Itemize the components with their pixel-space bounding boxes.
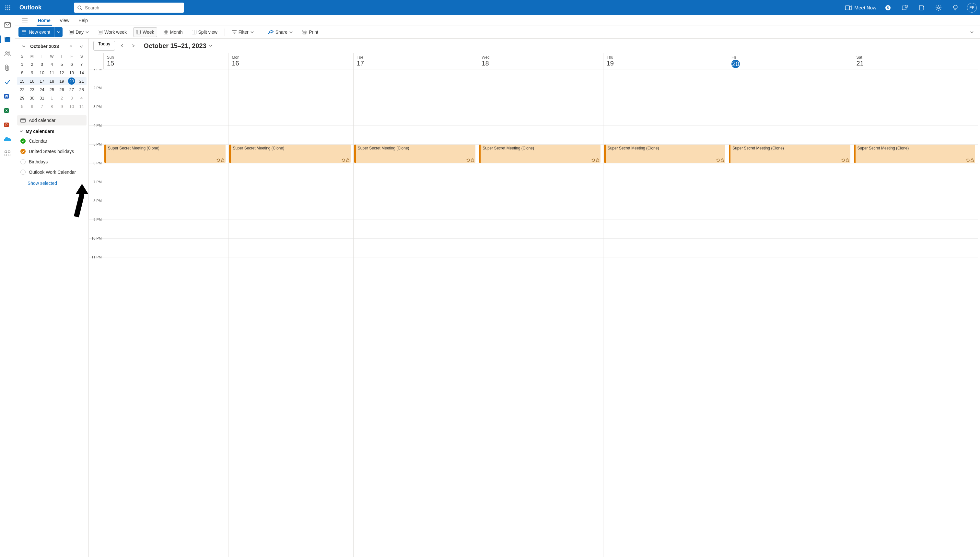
calendar-item[interactable]: Birthdays <box>17 156 86 167</box>
mini-cal-day[interactable]: 3 <box>37 60 47 68</box>
mini-cal-week[interactable]: 15161718192021 <box>17 77 86 85</box>
day-header[interactable]: Thu19 <box>603 53 728 69</box>
mini-cal-day[interactable]: 29 <box>17 94 27 102</box>
calendar-item[interactable]: United States holidays <box>17 146 86 156</box>
teams-button[interactable] <box>900 3 910 13</box>
mini-cal-day[interactable]: 13 <box>67 68 77 77</box>
day-column[interactable]: Super Secret Meeting (Clone) <box>853 69 978 557</box>
today-button[interactable]: Today <box>93 41 115 50</box>
new-event-button[interactable]: New event <box>18 27 54 37</box>
day-header[interactable]: Wed18 <box>478 53 603 69</box>
search-box[interactable] <box>74 3 184 13</box>
mini-cal-prev[interactable] <box>67 42 75 50</box>
split-view-button[interactable]: Split view <box>189 27 220 37</box>
day-column[interactable]: Super Secret Meeting (Clone) <box>104 69 229 557</box>
prev-week-button[interactable] <box>118 42 126 50</box>
mini-cal-day[interactable]: 15 <box>17 77 27 85</box>
mini-cal-week[interactable]: 891011121314 <box>17 68 86 77</box>
view-month-button[interactable]: Month <box>161 27 185 37</box>
settings-button[interactable] <box>933 3 944 13</box>
mini-cal-day[interactable]: 24 <box>37 85 47 94</box>
view-day-button[interactable]: Day <box>67 27 91 37</box>
search-input[interactable] <box>85 5 181 10</box>
add-calendar-button[interactable]: Add calendar <box>17 115 86 125</box>
tab-home[interactable]: Home <box>37 16 52 26</box>
calendar-event[interactable]: Super Secret Meeting (Clone) <box>604 145 725 163</box>
day-column[interactable]: Super Secret Meeting (Clone) <box>229 69 353 557</box>
new-event-dropdown[interactable] <box>54 27 63 37</box>
calendar-event[interactable]: Super Secret Meeting (Clone) <box>729 145 850 163</box>
day-header[interactable]: Mon16 <box>229 53 353 69</box>
mini-cal-day[interactable]: 2 <box>27 60 37 68</box>
mini-cal-day[interactable]: 4 <box>76 94 86 102</box>
mini-cal-month[interactable]: October 2023 <box>30 44 65 49</box>
day-column[interactable]: Super Secret Meeting (Clone) <box>354 69 478 557</box>
mini-cal-day[interactable]: 10 <box>37 68 47 77</box>
day-column[interactable]: Super Secret Meeting (Clone) <box>603 69 728 557</box>
app-launcher[interactable] <box>3 3 13 13</box>
calendar-event[interactable]: Super Secret Meeting (Clone) <box>104 145 226 163</box>
rail-word[interactable]: W <box>2 91 13 101</box>
share-button[interactable]: Share <box>266 27 295 37</box>
calendar-item[interactable]: Calendar <box>17 136 86 146</box>
mini-cal-week[interactable]: 567891011 <box>17 102 86 111</box>
calendar-event[interactable]: Super Secret Meeting (Clone) <box>479 145 600 163</box>
mini-cal-day[interactable]: 3 <box>67 94 77 102</box>
show-selected-link[interactable]: Show selected <box>17 178 86 188</box>
nav-toggle-button[interactable] <box>19 15 30 26</box>
tab-help[interactable]: Help <box>77 16 89 26</box>
rail-people[interactable] <box>2 48 13 59</box>
day-header[interactable]: Fri20 <box>728 53 853 69</box>
tab-view[interactable]: View <box>59 16 71 26</box>
mini-cal-day[interactable]: 8 <box>47 102 57 111</box>
mini-cal-day[interactable]: 19 <box>57 77 67 85</box>
rail-mail[interactable] <box>2 20 13 30</box>
mini-cal-day[interactable]: 14 <box>76 68 86 77</box>
mini-cal-day[interactable]: 30 <box>27 94 37 102</box>
mini-cal-day[interactable]: 2 <box>57 94 67 102</box>
mini-cal-day[interactable]: 1 <box>17 60 27 68</box>
rail-powerpoint[interactable]: P <box>2 120 13 130</box>
mini-cal-day[interactable]: 9 <box>57 102 67 111</box>
day-column[interactable]: Super Secret Meeting (Clone) <box>478 69 603 557</box>
meet-now-button[interactable]: Meet Now <box>845 5 876 10</box>
mini-cal-day[interactable]: 8 <box>17 68 27 77</box>
mini-cal-day[interactable]: 1 <box>47 94 57 102</box>
calendar-checkbox[interactable] <box>20 159 26 164</box>
filter-button[interactable]: Filter <box>229 27 256 37</box>
rail-more-apps[interactable] <box>2 148 13 158</box>
mini-cal-day[interactable]: 28 <box>76 85 86 94</box>
ribbon-more-button[interactable] <box>968 27 976 37</box>
mini-cal-day[interactable]: 17 <box>37 77 47 85</box>
tips-button[interactable] <box>950 3 960 13</box>
mini-cal-day[interactable]: 27 <box>67 85 77 94</box>
day-header[interactable]: Tue17 <box>354 53 478 69</box>
notes-button[interactable] <box>917 3 927 13</box>
calendar-event[interactable]: Super Secret Meeting (Clone) <box>854 145 975 163</box>
my-calendars-section[interactable]: My calendars <box>17 125 86 136</box>
mini-cal-day[interactable]: 18 <box>47 77 57 85</box>
account-avatar[interactable]: EF <box>967 3 977 13</box>
mini-cal-day[interactable]: 7 <box>76 60 86 68</box>
mini-cal-day[interactable]: 26 <box>57 85 67 94</box>
rail-onedrive[interactable] <box>2 134 13 144</box>
mini-cal-week[interactable]: 22232425262728 <box>17 85 86 94</box>
day-header[interactable]: Sun15 <box>104 53 229 69</box>
skype-button[interactable]: S <box>883 3 893 13</box>
mini-cal-day[interactable]: 20 <box>67 77 77 85</box>
calendar-checkbox[interactable] <box>20 138 26 143</box>
mini-cal-day[interactable]: 7 <box>37 102 47 111</box>
rail-calendar[interactable] <box>2 34 13 44</box>
mini-cal-day[interactable]: 12 <box>57 68 67 77</box>
print-button[interactable]: Print <box>299 27 321 37</box>
mini-cal-day[interactable]: 11 <box>76 102 86 111</box>
calendar-event[interactable]: Super Secret Meeting (Clone) <box>229 145 350 163</box>
mini-cal-day[interactable]: 11 <box>47 68 57 77</box>
mini-cal-collapse[interactable] <box>20 42 28 50</box>
mini-cal-day[interactable]: 5 <box>17 102 27 111</box>
calendar-item[interactable]: Outlook Work Calendar <box>17 167 86 178</box>
mini-cal-day[interactable]: 5 <box>57 60 67 68</box>
view-week-button[interactable]: Week <box>133 27 157 37</box>
day-column[interactable]: Super Secret Meeting (Clone) <box>728 69 853 557</box>
calendar-event[interactable]: Super Secret Meeting (Clone) <box>354 145 475 163</box>
